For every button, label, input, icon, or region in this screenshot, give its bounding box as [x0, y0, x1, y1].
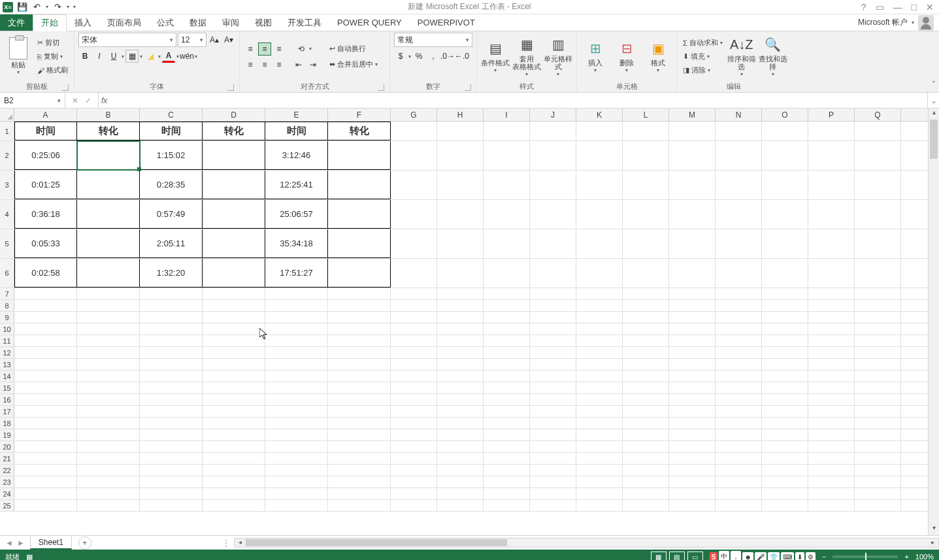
fill-button[interactable]: ⬇填充▾	[681, 50, 725, 63]
cell[interactable]	[808, 141, 855, 170]
cell[interactable]	[203, 382, 265, 393]
cell[interactable]	[576, 141, 623, 170]
cell[interactable]	[855, 453, 901, 464]
cell[interactable]	[265, 382, 328, 393]
cell[interactable]	[437, 312, 484, 323]
col-header-G[interactable]: G	[391, 108, 437, 121]
cell[interactable]	[762, 394, 808, 405]
tab-公式[interactable]: 公式	[149, 14, 182, 31]
row-header[interactable]: 1	[0, 122, 14, 140]
cell[interactable]	[530, 347, 576, 358]
cell[interactable]	[328, 171, 391, 199]
row-header[interactable]: 11	[0, 335, 14, 346]
cell[interactable]	[328, 441, 391, 452]
cell[interactable]: 25:06:57	[265, 200, 328, 229]
cell[interactable]	[265, 335, 328, 346]
cell[interactable]	[391, 418, 437, 429]
cell[interactable]	[437, 406, 484, 417]
cell[interactable]	[77, 476, 140, 487]
cell[interactable]	[623, 500, 669, 511]
sort-filter-button[interactable]: A↓Z排序和筛选▾	[727, 35, 756, 78]
cell[interactable]	[484, 229, 530, 258]
cell[interactable]	[14, 429, 77, 440]
cell[interactable]	[77, 259, 140, 288]
cell[interactable]	[484, 171, 530, 199]
row-header[interactable]: 25	[0, 500, 14, 511]
cell[interactable]	[437, 171, 484, 199]
cell[interactable]	[762, 171, 808, 199]
row-header[interactable]: 21	[0, 453, 14, 464]
cell[interactable]	[855, 394, 901, 405]
cell[interactable]	[140, 359, 203, 370]
cell[interactable]	[265, 394, 328, 405]
increase-decimal-icon[interactable]: .0→	[441, 50, 454, 63]
cell[interactable]	[808, 288, 855, 299]
cell[interactable]	[623, 406, 669, 417]
select-all-corner[interactable]	[0, 108, 14, 121]
cell[interactable]	[530, 418, 576, 429]
cell[interactable]	[391, 229, 437, 258]
cell[interactable]	[669, 200, 716, 229]
cell[interactable]	[716, 406, 762, 417]
cell[interactable]	[265, 312, 328, 323]
cell[interactable]	[77, 453, 140, 464]
cell[interactable]	[855, 382, 901, 393]
cell[interactable]: 0:05:33	[14, 229, 77, 258]
cell[interactable]	[716, 312, 762, 323]
cell[interactable]	[716, 488, 762, 499]
cell[interactable]	[77, 500, 140, 511]
cell[interactable]	[716, 453, 762, 464]
phonetic-button[interactable]: wén	[180, 50, 193, 63]
orientation-dropdown-icon[interactable]: ▾	[309, 46, 312, 52]
cell[interactable]	[328, 335, 391, 346]
cell[interactable]	[855, 500, 901, 511]
cell[interactable]	[484, 312, 530, 323]
cell[interactable]: 0:57:49	[140, 200, 203, 229]
cell[interactable]	[328, 323, 391, 335]
align-right-icon[interactable]: ≡	[272, 58, 286, 71]
cell[interactable]	[623, 465, 669, 476]
row-header[interactable]: 2	[0, 141, 14, 170]
cell[interactable]	[808, 453, 855, 464]
cell[interactable]	[855, 465, 901, 476]
cell[interactable]	[77, 371, 140, 382]
cell[interactable]	[437, 259, 484, 288]
cell[interactable]	[530, 312, 576, 323]
cell[interactable]	[808, 359, 855, 370]
cell[interactable]	[669, 418, 716, 429]
cell[interactable]	[265, 371, 328, 382]
cut-button[interactable]: ✂剪切	[35, 37, 70, 50]
ime-item[interactable]: ☻	[742, 552, 753, 561]
accounting-dropdown-icon[interactable]: ▾	[408, 54, 411, 59]
decrease-font-icon[interactable]: A▾	[222, 33, 235, 46]
split-handle-icon[interactable]: ⋮	[222, 538, 230, 548]
cell[interactable]	[140, 323, 203, 335]
row-header[interactable]: 12	[0, 347, 14, 358]
cell[interactable]	[140, 418, 203, 429]
cell[interactable]	[623, 171, 669, 199]
cell[interactable]	[77, 323, 140, 335]
cell[interactable]	[762, 323, 808, 335]
delete-cells-button[interactable]: ⊟删除▾	[612, 35, 641, 78]
cell[interactable]: 35:34:18	[265, 229, 328, 258]
cell[interactable]	[328, 200, 391, 229]
cell[interactable]	[576, 488, 623, 499]
cell[interactable]	[77, 429, 140, 440]
cell[interactable]	[484, 382, 530, 393]
zoom-out-icon[interactable]: −	[822, 553, 826, 560]
cell[interactable]	[203, 200, 265, 229]
cell[interactable]	[808, 429, 855, 440]
cell[interactable]	[623, 453, 669, 464]
name-box[interactable]: B2▾	[0, 93, 65, 108]
ime-item[interactable]: 👕	[768, 552, 780, 561]
cell[interactable]	[530, 406, 576, 417]
cell[interactable]	[855, 429, 901, 440]
row-header[interactable]: 14	[0, 371, 14, 382]
cell[interactable]	[437, 335, 484, 346]
number-format-combo[interactable]: 常规▾	[394, 33, 472, 47]
row-header[interactable]: 9	[0, 312, 14, 323]
cell[interactable]	[855, 418, 901, 429]
cell[interactable]	[716, 500, 762, 511]
tab-开发工具[interactable]: 开发工具	[280, 14, 329, 31]
cell[interactable]	[328, 406, 391, 417]
